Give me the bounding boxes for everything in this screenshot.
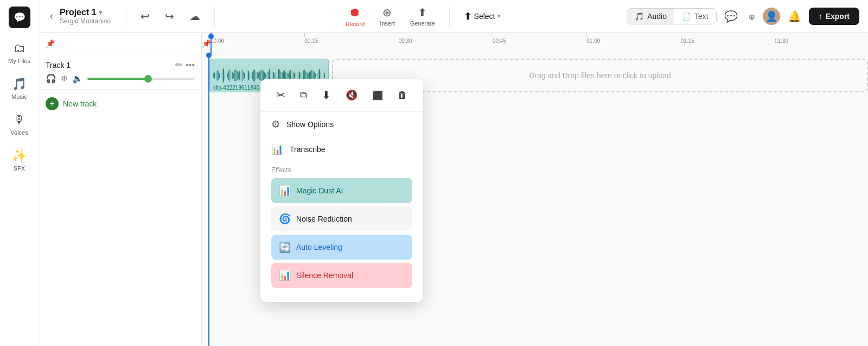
record-label: Record bbox=[346, 21, 365, 27]
divider-2 bbox=[214, 7, 215, 26]
playhead-dot bbox=[208, 34, 214, 39]
record-button[interactable]: ⏺ Record bbox=[340, 2, 370, 30]
chat-button[interactable]: 💬 bbox=[721, 7, 741, 26]
wave-bar bbox=[231, 71, 231, 80]
icon-sidebar: 💬 🗂 My Files 🎵 Music 🎙 Voices ✨ SFX bbox=[0, 0, 39, 346]
cloud-button[interactable]: ☁ bbox=[184, 7, 206, 26]
auto-leveling-label: Auto Leveling bbox=[296, 243, 342, 251]
speaker-icon[interactable]: 🔈 bbox=[72, 73, 83, 84]
wave-bar bbox=[241, 69, 241, 82]
header-left: ‹ Project 1 ▾ Sergio Montanino bbox=[48, 8, 111, 25]
drop-zone-label: Drag and Drop files here or click to upl… bbox=[529, 71, 671, 80]
wave-bar bbox=[217, 70, 218, 81]
new-track-button[interactable]: + New track bbox=[39, 90, 201, 118]
silence-removal-effect[interactable]: 📊 Silence Removal bbox=[271, 263, 412, 288]
wave-bar bbox=[256, 71, 256, 80]
ruler-marks: 00:00 00:15 00:30 00:45 bbox=[210, 33, 868, 54]
text-toggle-btn[interactable]: 📄 Text bbox=[674, 9, 716, 24]
download-button[interactable]: ⬇ bbox=[317, 86, 335, 104]
wave-bar bbox=[293, 72, 293, 79]
magic-dust-icon: 📊 bbox=[279, 185, 291, 197]
wave-bar bbox=[273, 72, 273, 79]
wave-bar bbox=[226, 72, 226, 79]
export-icon: ↑ bbox=[819, 12, 822, 21]
text-toggle-icon: 📄 bbox=[682, 12, 691, 21]
undo-button[interactable]: ↩ bbox=[135, 7, 155, 26]
generate-button[interactable]: ⬆ Generate bbox=[405, 3, 441, 30]
project-chevron: ▾ bbox=[99, 9, 102, 16]
track-more-icon-btn[interactable]: ••• bbox=[186, 60, 195, 70]
wave-bar bbox=[259, 71, 260, 80]
select-chevron: ▾ bbox=[497, 12, 501, 20]
timeline-ruler: 📌 00:00 bbox=[202, 33, 868, 54]
wave-bar bbox=[294, 73, 295, 78]
text-toggle-label: Text bbox=[694, 12, 709, 21]
silence-removal-label: Silence Removal bbox=[296, 271, 353, 280]
wave-bar bbox=[276, 72, 276, 79]
back-button[interactable]: ‹ bbox=[48, 8, 55, 24]
effects-label: Effects bbox=[271, 164, 412, 174]
audio-toggle-icon: 🎵 bbox=[635, 12, 644, 21]
volume-slider[interactable] bbox=[87, 78, 195, 80]
new-track-label: New track bbox=[63, 99, 97, 108]
delete-button[interactable]: 🗑 bbox=[393, 87, 412, 103]
wave-bar bbox=[264, 72, 265, 79]
context-menu: ✂ ⧉ ⬇ 🔇 ⬛ 🗑 ⚙ Show Options 📊 Transcribe … bbox=[260, 79, 423, 302]
wave-bar bbox=[308, 73, 309, 78]
insert-label: Insert bbox=[380, 20, 395, 27]
sidebar-item-voices[interactable]: 🎙 Voices bbox=[3, 109, 36, 140]
export-button[interactable]: ↑ Export bbox=[809, 8, 859, 25]
wave-bar bbox=[213, 73, 214, 78]
header-center: ⏺ Record ⊕ Insert ⬆ Generate ⬆ Select ▾ bbox=[224, 2, 622, 30]
project-name: Project 1 ▾ bbox=[60, 8, 111, 17]
sidebar-item-music[interactable]: 🎵 Music bbox=[3, 73, 36, 104]
record-icon: ⏺ bbox=[349, 5, 361, 20]
wave-bar bbox=[232, 72, 232, 79]
show-options-icon: ⚙ bbox=[271, 118, 280, 130]
audio-toggle-btn[interactable]: 🎵 Audio bbox=[627, 9, 674, 24]
snowflake-icon[interactable]: ❄ bbox=[61, 73, 68, 84]
transcribe-menu-item[interactable]: 📊 Transcribe bbox=[260, 137, 423, 162]
ruler-mark-5: 01:15 bbox=[681, 33, 694, 44]
redo-icon: ↪ bbox=[165, 10, 174, 23]
wave-bar bbox=[235, 70, 236, 81]
wave-bar bbox=[324, 73, 324, 78]
timeline-header-pin-icon: 📌 bbox=[46, 39, 55, 48]
cut-button[interactable]: ✂ bbox=[272, 86, 290, 104]
headphone-icon[interactable]: 🎧 bbox=[46, 73, 56, 84]
audio-toggle-label: Audio bbox=[647, 12, 667, 21]
show-options-menu-item[interactable]: ⚙ Show Options bbox=[260, 112, 423, 137]
ruler-mark-2: 00:30 bbox=[399, 33, 412, 44]
ruler-mark-1: 00:15 bbox=[304, 33, 318, 44]
silence-removal-icon: 📊 bbox=[279, 269, 291, 281]
wave-bar bbox=[260, 70, 261, 81]
magic-dust-ai-effect[interactable]: 📊 Magic Dust AI bbox=[271, 178, 412, 203]
volume-fill bbox=[87, 78, 146, 80]
new-track-plus-icon: + bbox=[46, 97, 59, 110]
copy-button[interactable]: ⧉ bbox=[296, 87, 311, 103]
mute-button[interactable]: 🔇 bbox=[341, 87, 362, 103]
playhead-container bbox=[210, 33, 212, 54]
wave-bar bbox=[307, 72, 307, 79]
duplicate-button[interactable]: ⬛ bbox=[368, 88, 387, 103]
sidebar-item-myfiles[interactable]: 🗂 My Files bbox=[3, 37, 36, 68]
notification-button[interactable]: 🔔 bbox=[784, 7, 805, 26]
sidebar-item-myfiles-label: My Files bbox=[8, 58, 30, 64]
insert-icon: ⊕ bbox=[382, 6, 392, 19]
app: 💬 🗂 My Files 🎵 Music 🎙 Voices ✨ SFX ‹ bbox=[0, 0, 868, 346]
select-button[interactable]: ⬆ Select ▾ bbox=[458, 7, 506, 26]
track-edit-icon-btn[interactable]: ✏ bbox=[175, 60, 182, 70]
wave-bar bbox=[301, 73, 301, 78]
transcribe-label: Transcribe bbox=[290, 145, 326, 154]
insert-button[interactable]: ⊕ Insert bbox=[374, 3, 400, 30]
redo-button[interactable]: ↪ bbox=[159, 7, 180, 26]
wave-bar bbox=[254, 69, 255, 82]
timeline-container: 📌 Track 1 ✏ ••• 🎧 ❄ 🔈 bbox=[39, 33, 868, 346]
myfiles-icon: 🗂 bbox=[14, 41, 25, 55]
sidebar-item-sfx[interactable]: ✨ SFX bbox=[3, 144, 36, 176]
auto-leveling-effect[interactable]: 🔄 Auto Leveling bbox=[271, 235, 412, 260]
noise-reduction-effect[interactable]: 🌀 Noise Reduction bbox=[271, 206, 412, 231]
wave-bar bbox=[214, 72, 215, 79]
volume-thumb bbox=[144, 75, 152, 83]
add-button[interactable]: ⊕ bbox=[745, 7, 758, 26]
